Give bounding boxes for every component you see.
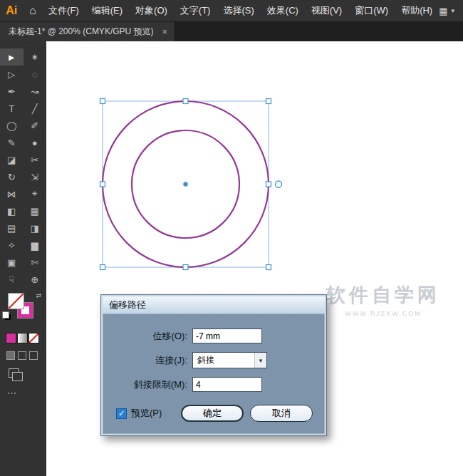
color-type-row [6, 333, 46, 343]
preview-label: 预览(P) [131, 407, 162, 420]
select-chevron-icon: ▾ [254, 353, 266, 368]
pen-tool[interactable]: ✒ [0, 83, 24, 100]
type-tool[interactable]: T [0, 100, 24, 117]
miter-limit-label: 斜接限制(M): [113, 378, 192, 391]
side-widget-handle[interactable] [276, 181, 282, 187]
lasso-tool[interactable]: ◌ [24, 66, 47, 83]
dialog-title-bar[interactable]: 偏移路径 [103, 296, 325, 314]
menu-items: 文件(F)编辑(E)对象(O)文字(T)选择(S)效果(C)视图(V)窗口(W)… [42, 0, 439, 21]
cancel-button[interactable]: 取消 [250, 405, 313, 422]
selection-tool[interactable]: ► [0, 48, 24, 66]
miter-limit-input[interactable] [192, 377, 262, 392]
selection-handle-ne[interactable] [266, 99, 271, 104]
joins-selected-value: 斜接 [197, 354, 214, 366]
paintbrush-tool[interactable]: ✐ [24, 117, 47, 134]
mesh-tool[interactable]: ▤ [0, 219, 24, 237]
ok-button[interactable]: 确定 [181, 405, 244, 422]
selection-handle-nw[interactable] [100, 99, 105, 104]
selection-handle-e[interactable] [266, 182, 271, 187]
chevron-down-icon[interactable]: ▾ [451, 7, 454, 14]
scale-tool[interactable]: ⇲ [24, 168, 47, 185]
curvature-tool[interactable]: ↝ [24, 83, 47, 100]
line-segment-tool[interactable]: ╱ [24, 100, 47, 117]
gradient-tool[interactable]: ◨ [24, 219, 47, 237]
graph-tool[interactable]: ▆ [24, 237, 47, 254]
home-icon[interactable]: ⌂ [23, 4, 42, 17]
color-button[interactable] [6, 333, 16, 343]
artboard-tool[interactable]: ▣ [0, 254, 24, 271]
toolbar-grip[interactable]: · · · · [0, 41, 46, 48]
offset-label: 位移(O): [113, 330, 192, 343]
shape-builder-tool[interactable]: ◧ [0, 202, 24, 219]
selection-handle-w[interactable] [100, 182, 105, 187]
dialog-body: 位移(O): 连接(J): 斜接 ▾ 斜接限制(M): ✓ 预览(P) 确定 取… [103, 314, 325, 434]
menu-window[interactable]: 窗口(W) [348, 0, 395, 21]
selection-handle-s[interactable] [183, 265, 188, 270]
direct-selection-tool[interactable]: ▷ [0, 66, 24, 83]
menu-object[interactable]: 对象(O) [129, 0, 174, 21]
menu-effect[interactable]: 效果(C) [261, 0, 305, 21]
menu-view[interactable]: 视图(V) [305, 0, 348, 21]
gradient-button[interactable] [18, 333, 27, 343]
joins-label: 连接(J): [113, 354, 192, 367]
selection-handle-sw[interactable] [100, 265, 105, 270]
document-tab[interactable]: 未标题-1* @ 200% (CMYK/GPU 预览) × [0, 22, 175, 41]
toolbar-tools: ►✶▷◌✒↝T╱◯✐✎●◪✂↻⇲⋈⌖◧▦▤◨✧▆▣✄☟⊕ [0, 48, 46, 288]
slice-tool[interactable]: ✄ [24, 254, 47, 271]
none-button[interactable] [29, 333, 38, 343]
eraser-tool[interactable]: ◪ [0, 151, 24, 168]
free-transform-tool[interactable]: ⌖ [24, 185, 47, 202]
joins-select[interactable]: 斜接 ▾ [192, 352, 267, 368]
ellipse-tool[interactable]: ◯ [0, 117, 24, 134]
center-point[interactable] [183, 182, 187, 186]
hand-tool[interactable]: ☟ [0, 271, 24, 288]
blob-brush-tool[interactable]: ● [24, 134, 47, 151]
draw-behind-button[interactable] [18, 351, 26, 360]
zoom-tool[interactable]: ⊕ [24, 271, 47, 288]
menu-bar: Ai ⌂ 文件(F)编辑(E)对象(O)文字(T)选择(S)效果(C)视图(V)… [0, 0, 463, 21]
edit-toolbar-button[interactable]: ⋯ [7, 388, 46, 398]
illustrator-window: Ai ⌂ 文件(F)编辑(E)对象(O)文字(T)选择(S)效果(C)视图(V)… [0, 0, 463, 476]
selection-handle-se[interactable] [266, 265, 271, 270]
offset-input[interactable] [192, 328, 262, 343]
draw-inside-button[interactable] [29, 351, 38, 360]
rotate-tool[interactable]: ↻ [0, 168, 24, 185]
menu-select[interactable]: 选择(S) [217, 0, 260, 21]
dialog-title: 偏移路径 [109, 299, 146, 311]
offset-path-dialog: 偏移路径 位移(O): 连接(J): 斜接 ▾ 斜接限制(M): ✓ 预览(P) [100, 294, 327, 436]
perspective-grid-tool[interactable]: ▦ [24, 202, 47, 219]
drawing-modes-row [6, 351, 46, 360]
selection-handle-n[interactable] [183, 99, 188, 104]
magic-wand-tool[interactable]: ✶ [24, 48, 47, 66]
document-tab-bar: 未标题-1* @ 200% (CMYK/GPU 预览) × [0, 21, 463, 41]
preview-checkbox[interactable]: ✓ [116, 408, 127, 419]
eyedropper-tool[interactable]: ✧ [0, 237, 24, 254]
fill-stroke-widget: ⇄ [9, 294, 37, 325]
document-tab-title: 未标题-1* @ 200% (CMYK/GPU 预览) [9, 26, 154, 38]
workspace-switcher-icon[interactable]: ▦ [439, 6, 447, 16]
tab-close-icon[interactable]: × [162, 26, 168, 37]
width-tool[interactable]: ⋈ [0, 185, 24, 202]
menubar-right: ▦ ▾ [439, 6, 463, 16]
fill-color-swatch[interactable] [9, 294, 24, 309]
menu-help[interactable]: 帮助(H) [395, 0, 439, 21]
scissors-tool[interactable]: ✂ [24, 151, 47, 168]
menu-file[interactable]: 文件(F) [42, 0, 85, 21]
app-logo[interactable]: Ai [0, 4, 23, 17]
screen-mode-button[interactable] [9, 368, 19, 378]
tools-panel: · · · · ►✶▷◌✒↝T╱◯✐✎●◪✂↻⇲⋈⌖◧▦▤◨✧▆▣✄☟⊕ ⇄ ⋯ [0, 41, 46, 476]
menu-type[interactable]: 文字(T) [174, 0, 217, 21]
menu-edit[interactable]: 编辑(E) [85, 0, 129, 21]
draw-normal-button[interactable] [6, 351, 15, 360]
pencil-tool[interactable]: ✎ [0, 134, 24, 151]
default-fill-stroke-icon[interactable] [3, 312, 9, 318]
swap-fill-stroke-icon[interactable]: ⇄ [36, 292, 41, 299]
